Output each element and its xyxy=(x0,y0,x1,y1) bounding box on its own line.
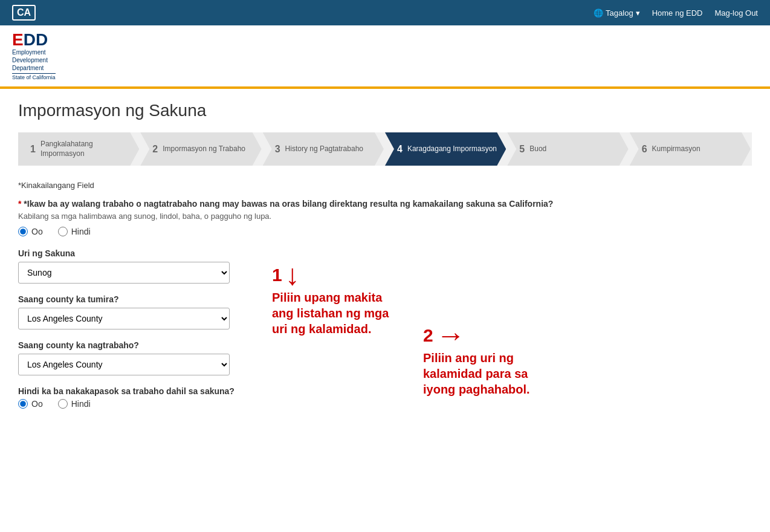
step-4[interactable]: 4 Karagdagang Impormasyon xyxy=(385,132,506,166)
question1-hindi-radio[interactable] xyxy=(58,227,68,236)
edd-logo-text: EDD xyxy=(12,31,56,48)
step-3-label: History ng Pagtatrabaho xyxy=(285,144,363,154)
edd-logo: EDD Employment Development Department St… xyxy=(12,31,56,80)
page-title: Impormasyon ng Sakuna xyxy=(18,101,752,120)
question1-radio-group: Oo Hindi xyxy=(18,227,752,236)
chevron-down-icon: ▾ xyxy=(636,8,640,18)
top-navigation: CA 🌐 Tagalog ▾ Home ng EDD Mag-log Out xyxy=(0,0,770,25)
annotation2-number: 2 xyxy=(423,325,433,346)
page-content: Impormasyon ng Sakuna 1 Pangkalahatang I… xyxy=(0,89,770,433)
steps-container: 1 Pangkalahatang Impormasyon 2 Impormasy… xyxy=(18,132,752,166)
question2-oo-option[interactable]: Oo xyxy=(18,399,43,409)
step-5[interactable]: 5 Buod xyxy=(507,132,628,166)
question1-oo-option[interactable]: Oo xyxy=(18,227,43,236)
step-1-label: Pangkalahatang Impormasyon xyxy=(40,140,130,158)
top-nav-right: 🌐 Tagalog ▾ Home ng EDD Mag-log Out xyxy=(594,8,758,18)
step-3-number: 3 xyxy=(275,144,280,155)
question1-hindi-label: Hindi xyxy=(71,227,91,236)
ca-logo-text: CA xyxy=(17,7,31,18)
annotation2-text: Piliin ang uri ng kalamidad para sa iyon… xyxy=(423,350,532,397)
annotation1-number: 1 xyxy=(272,265,282,285)
county-live-select[interactable]: Los Angeles County xyxy=(18,308,230,329)
edd-subtitle3: Department xyxy=(12,64,56,72)
question1-oo-label: Oo xyxy=(31,227,43,236)
step-5-number: 5 xyxy=(519,144,525,155)
edd-e: E xyxy=(12,30,24,49)
question1-subtext: Kabilang sa mga halimbawa ang sunog, lin… xyxy=(18,212,752,221)
annotation2-inner: 2 → Piliin ang uri ng kalamidad para sa … xyxy=(423,321,532,397)
required-star-q1: * xyxy=(18,199,21,209)
edd-header: EDD Employment Development Department St… xyxy=(0,25,770,89)
edd-dd: DD xyxy=(24,30,48,49)
form-section: Uri ng Sakuna Sunog Saang county ka tumi… xyxy=(18,248,260,421)
question1-section: * *Ikaw ba ay walang trabaho o nagtatrab… xyxy=(18,199,752,236)
step-5-label: Buod xyxy=(529,144,546,154)
county-work-row: Saang county ka nagtrabaho? Los Angeles … xyxy=(18,340,260,375)
edd-subtitle1: Employment xyxy=(12,48,56,56)
arrow-down-icon: ↓ xyxy=(285,261,300,290)
county-work-select[interactable]: Los Angeles County xyxy=(18,354,230,375)
home-link[interactable]: Home ng EDD xyxy=(652,8,703,18)
question2-text: Hindi ka ba nakakapasok sa trabaho dahil… xyxy=(18,386,235,396)
annotation2-block: 2 → Piliin ang uri ng kalamidad para sa … xyxy=(423,321,532,397)
question1-label: * *Ikaw ba ay walang trabaho o nagtatrab… xyxy=(18,199,752,209)
question2-hindi-label: Hindi xyxy=(71,399,91,409)
annotation1-block: 1 ↓ Piliin upang makita ang listahan ng … xyxy=(272,261,393,337)
content-wrapper: Uri ng Sakuna Sunog Saang county ka tumi… xyxy=(18,248,752,421)
county-live-label: Saang county ka tumira? xyxy=(18,294,260,304)
question2-section: Hindi ka ba nakakapasok sa trabaho dahil… xyxy=(18,386,260,409)
edd-subtitle2: Development xyxy=(12,56,56,64)
globe-icon: 🌐 xyxy=(594,8,603,18)
step-3[interactable]: 3 History ng Pagtatrabaho xyxy=(263,132,384,166)
county-work-label: Saang county ka nagtrabaho? xyxy=(18,340,260,350)
step-2-label: Impormasyon ng Trabaho xyxy=(163,144,245,154)
step-6-label: Kumpirmasyon xyxy=(652,144,700,154)
question2-hindi-radio[interactable] xyxy=(58,399,68,409)
question2-radio-group: Oo Hindi xyxy=(18,399,260,409)
step-1-number: 1 xyxy=(30,144,36,155)
annotation2-num-arrow: 2 → xyxy=(423,321,465,350)
question2-oo-radio[interactable] xyxy=(18,399,28,409)
top-nav-left: CA xyxy=(12,5,36,21)
step-6-number: 6 xyxy=(642,144,647,155)
language-selector[interactable]: 🌐 Tagalog ▾ xyxy=(594,8,640,18)
question2-hindi-option[interactable]: Hindi xyxy=(58,399,91,409)
step-2-number: 2 xyxy=(152,144,158,155)
step-2[interactable]: 2 Impormasyon ng Trabaho xyxy=(140,132,261,166)
question1-oo-radio[interactable] xyxy=(18,227,28,236)
question1-text: *Ikaw ba ay walang trabaho o nagtatrabah… xyxy=(24,199,553,209)
annotation1-number-arrow: 1 ↓ xyxy=(272,261,300,290)
disaster-type-label: Uri ng Sakuna xyxy=(18,248,260,258)
annotation1-text: Piliin upang makita ang listahan ng mga … xyxy=(272,290,393,337)
disaster-type-select[interactable]: Sunog xyxy=(18,262,230,284)
question2-oo-label: Oo xyxy=(31,399,43,409)
edd-state: State of California xyxy=(12,73,56,80)
required-note: *Kinakailangang Field xyxy=(18,181,752,190)
question2-label: Hindi ka ba nakakapasok sa trabaho dahil… xyxy=(18,386,260,396)
question1-hindi-option[interactable]: Hindi xyxy=(58,227,91,236)
county-live-row: Saang county ka tumira? Los Angeles Coun… xyxy=(18,294,260,329)
ca-logo: CA xyxy=(12,5,36,21)
step-4-label: Karagdagang Impormasyon xyxy=(407,144,497,154)
step-4-number: 4 xyxy=(397,144,403,155)
disaster-type-row: Uri ng Sakuna Sunog xyxy=(18,248,260,284)
language-label: Tagalog xyxy=(606,8,633,18)
logout-link[interactable]: Mag-log Out xyxy=(714,8,758,18)
step-6[interactable]: 6 Kumpirmasyon xyxy=(630,132,751,166)
step-1[interactable]: 1 Pangkalahatang Impormasyon xyxy=(18,132,139,166)
arrow-right-icon: → xyxy=(436,321,465,350)
